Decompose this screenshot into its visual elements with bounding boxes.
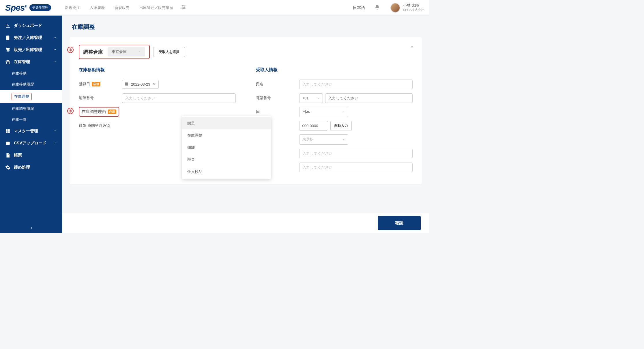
sidebar-collapse[interactable] <box>0 223 62 233</box>
sliders-icon[interactable] <box>181 4 186 11</box>
sidebar-item-csv[interactable]: CSVアップロード <box>0 137 62 149</box>
phone-input[interactable] <box>325 93 413 103</box>
postal-input[interactable] <box>299 121 328 131</box>
target-label: 対象 ※贈呈時必須 <box>79 123 122 128</box>
nav-new-sale[interactable]: 新規販売 <box>115 5 130 10</box>
right-column: 受取人情報 氏名 電話番号 +81 <box>256 67 413 175</box>
top-nav: 新規発注 入庫履歴 新規販売 出庫管理／販売履歴 <box>65 5 173 10</box>
addr2-input[interactable] <box>299 163 413 172</box>
reason-label: 在庫調整理由 <box>82 109 106 114</box>
sidebar-item-sale[interactable]: 販売／出庫管理 <box>0 44 62 56</box>
main-content: 在庫調整 ① 調整倉庫 東京倉庫 受取人を選択 <box>62 16 429 233</box>
bell-icon[interactable] <box>374 4 380 11</box>
clear-date-icon[interactable]: ✕ <box>153 82 156 86</box>
caret-down-icon <box>342 138 345 141</box>
nav-inbound-history[interactable]: 入庫履歴 <box>90 5 105 10</box>
sidebar-item-label: マスター管理 <box>14 129 38 134</box>
top-header: Spes® 受発注管理 新規発注 入庫履歴 新規販売 出庫管理／販売履歴 日本語… <box>0 0 429 16</box>
sidebar: ダッシュボード 発注／入庫管理 販売／出庫管理 在庫管理 在庫移動 在庫移動履歴… <box>0 16 62 233</box>
doc-icon <box>5 153 10 158</box>
auto-fill-button[interactable]: 自動入力 <box>330 121 352 131</box>
svg-rect-6 <box>6 142 10 145</box>
reg-date-input[interactable]: 2022-03-23 ✕ <box>122 80 159 89</box>
dropdown-option[interactable]: 在庫調整 <box>182 129 271 142</box>
warehouse-select[interactable]: 東京倉庫 <box>108 47 145 56</box>
sidebar-item-label: 発注／入庫管理 <box>14 35 42 40</box>
tracking-input[interactable] <box>122 93 236 103</box>
page-title: 在庫調整 <box>72 23 422 31</box>
sidebar-sub-stock-move[interactable]: 在庫移動 <box>0 68 62 79</box>
sidebar-item-label: 締め処理 <box>14 165 30 170</box>
chevron-up-icon <box>53 60 57 64</box>
user-menu[interactable]: 小林 太郎 SPES株式会社 <box>390 3 424 13</box>
annotation-badge-1: ① <box>67 47 74 53</box>
prefecture-select[interactable]: 未選択 <box>299 134 348 145</box>
dropdown-option[interactable]: 贈呈 <box>182 117 271 129</box>
footer-bar: 確認 <box>62 213 429 233</box>
warehouse-icon <box>5 59 10 65</box>
svg-point-4 <box>184 7 185 7</box>
caret-down-icon <box>138 50 141 53</box>
sidebar-item-label: CSVアップロード <box>14 141 46 146</box>
chevron-down-icon <box>53 141 57 146</box>
avatar <box>390 3 400 13</box>
sidebar-sub-stock-adjust[interactable]: 在庫調整 <box>0 90 62 103</box>
logo: Spes® <box>5 3 27 13</box>
name-input[interactable] <box>299 80 413 89</box>
tracking-label: 追跡番号 <box>79 95 122 101</box>
dropdown-option[interactable]: 廃棄 <box>182 154 271 166</box>
chevron-down-icon <box>53 129 57 133</box>
chevron-down-icon <box>53 35 57 40</box>
svg-point-5 <box>182 8 183 9</box>
dropdown-option[interactable]: 棚卸 <box>182 142 271 154</box>
sidebar-sub-stock-list[interactable]: 在庫一覧 <box>0 114 62 125</box>
phone-label: 電話番号 <box>256 95 299 101</box>
nav-outbound-history[interactable]: 出庫管理／販売履歴 <box>139 5 173 10</box>
chevron-down-icon <box>53 48 57 52</box>
sidebar-item-order[interactable]: 発注／入庫管理 <box>0 32 62 44</box>
chart-bar-icon <box>5 23 10 28</box>
clipboard-icon <box>5 35 10 40</box>
sidebar-item-report[interactable]: 帳票 <box>0 149 62 161</box>
reason-label-box: 在庫調整理由 必須 <box>79 107 119 117</box>
sidebar-item-label: 在庫管理 <box>14 59 30 65</box>
sidebar-item-inventory[interactable]: 在庫管理 <box>0 56 62 68</box>
confirm-button[interactable]: 確認 <box>378 216 421 230</box>
sidebar-item-label: 販売／出庫管理 <box>14 47 42 52</box>
required-badge: 必須 <box>108 110 116 114</box>
csv-icon <box>5 141 10 146</box>
warehouse-label: 調整倉庫 <box>83 49 103 55</box>
tiles-icon <box>5 129 10 134</box>
sidebar-sub-stock-move-history[interactable]: 在庫移動履歴 <box>0 79 62 90</box>
sidebar-sub-stock-adjust-history[interactable]: 在庫調整履歴 <box>0 103 62 114</box>
cart-icon <box>5 47 10 52</box>
caret-down-icon <box>317 97 320 99</box>
gear-icon <box>5 165 10 170</box>
calendar-icon <box>125 82 129 87</box>
annotation-badge-2: ② <box>67 108 74 114</box>
form-card: ① 調整倉庫 東京倉庫 受取人を選択 在庫移動情報 <box>70 37 422 184</box>
caret-down-icon <box>342 111 345 113</box>
addr1-input[interactable] <box>299 149 413 158</box>
reg-date-label: 登録日 必須 <box>79 82 122 87</box>
language-selector[interactable]: 日本語 <box>353 5 365 10</box>
sidebar-item-label: 帳票 <box>14 153 22 158</box>
dropdown-option[interactable]: 仕入検品 <box>182 166 271 178</box>
sidebar-item-master[interactable]: マスター管理 <box>0 125 62 137</box>
user-name: 小林 太郎 <box>403 3 424 8</box>
reason-dropdown: 贈呈 在庫調整 棚卸 廃棄 仕入検品 <box>182 116 271 179</box>
country-select[interactable]: 日本 <box>299 107 348 117</box>
select-recipient-button[interactable]: 受取人を選択 <box>153 47 185 57</box>
warehouse-group: 調整倉庫 東京倉庫 <box>79 45 150 59</box>
phone-code-select[interactable]: +81 <box>299 93 323 103</box>
section-title-right: 受取人情報 <box>256 67 413 73</box>
section-title-left: 在庫移動情報 <box>79 67 236 73</box>
sidebar-item-label: ダッシュボード <box>14 23 42 28</box>
svg-point-3 <box>182 5 183 6</box>
sidebar-item-dashboard[interactable]: ダッシュボード <box>0 20 62 32</box>
country-label: 国 <box>256 109 299 114</box>
user-company: SPES株式会社 <box>403 8 424 12</box>
nav-new-order[interactable]: 新規発注 <box>65 5 80 10</box>
sidebar-item-closing[interactable]: 締め処理 <box>0 161 62 173</box>
mode-pill: 受発注管理 <box>29 4 51 11</box>
